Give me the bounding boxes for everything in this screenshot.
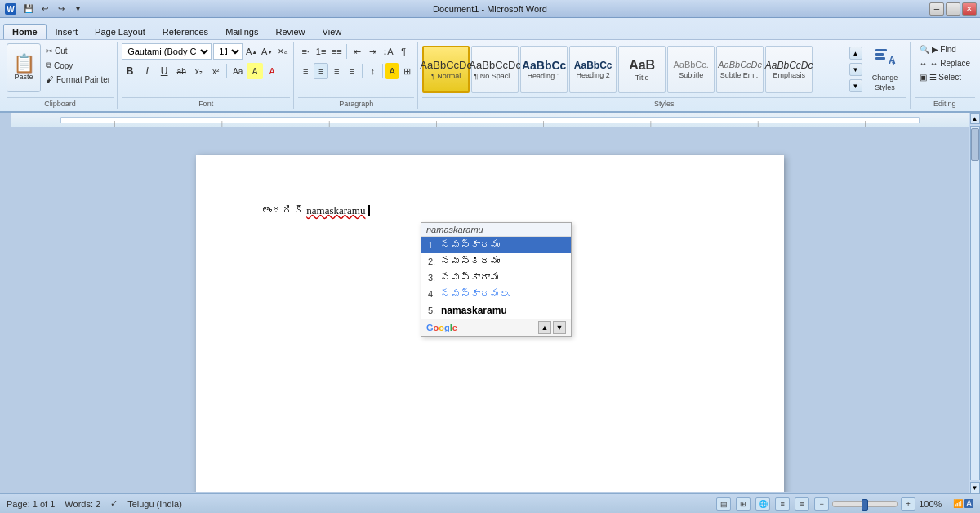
styles-scroll-down[interactable]: ▼ [849,63,862,76]
cut-button[interactable]: ✂ Cut [42,45,114,57]
scroll-up-btn[interactable]: ▲ [970,113,980,124]
tab-references[interactable]: References [154,25,216,39]
decrease-font-size-btn[interactable]: A▼ [260,43,274,60]
autocomplete-up[interactable]: ▲ [538,321,551,334]
copy-button[interactable]: ⧉ Copy [42,59,114,72]
shading-btn[interactable]: A [385,63,399,79]
tab-mailings[interactable]: Mailings [217,25,266,39]
document-page[interactable]: అందరికి namaskaramu namaskaramu 1. నమస్క… [196,155,784,492]
subscript-button[interactable]: x₂ [190,63,207,79]
bold-button[interactable]: B [122,63,138,79]
increase-font-size-btn[interactable]: A▲ [244,43,259,60]
replace-button[interactable]: ↔ ↔ Replace [915,57,975,69]
status-left: Page: 1 of 1 Words: 2 ✓ Telugu (India) [7,498,182,509]
zoom-slider[interactable] [832,501,898,507]
style-subtitle[interactable]: AaBbCc. Subtitle [667,46,715,93]
autocomplete-item-3[interactable]: 3. నమస్కారామ [421,270,571,286]
multilevel-list-btn[interactable]: ≡≡ [329,43,344,60]
print-layout-btn[interactable]: ▤ [716,497,731,511]
tab-insert[interactable]: Insert [47,25,87,39]
font-color-btn[interactable]: A [264,63,280,79]
styles-content: AaBbCcDc ¶ Normal AaBbCcDc ¶ No Spaci...… [422,43,906,96]
change-case-btn[interactable]: Aa [229,63,246,79]
increase-indent-btn[interactable]: ⇥ [365,43,380,60]
scroll-thumb[interactable] [971,128,979,161]
tab-page-layout[interactable]: Page Layout [87,25,154,39]
page-info: Page: 1 of 1 [7,499,55,509]
style-subem-label: Subtle Em... [720,71,760,79]
style-no-spacing[interactable]: AaBbCcDc ¶ No Spaci... [471,46,519,93]
autocomplete-item-1[interactable]: 1. నమస్కారము [421,237,571,253]
status-right: ▤ ⊞ 🌐 ≡ ≡ − + 100% 📶 A [716,497,973,511]
change-styles-label: ChangeStyles [872,74,898,92]
font-family-select[interactable]: Gautami (Body CS) [122,43,212,60]
styles-scroll-up[interactable]: ▲ [849,47,862,60]
scroll-down-btn[interactable]: ▼ [970,482,980,493]
superscript-button[interactable]: x² [207,63,224,79]
tab-home[interactable]: Home [3,24,47,39]
italic-button[interactable]: I [139,63,155,79]
font-label: Font [122,97,290,108]
ruler-marks: || || || || [61,120,919,126]
show-hide-btn[interactable]: ¶ [396,43,411,60]
clear-format-btn[interactable]: ✕a [275,43,290,60]
style-subtle-em[interactable]: AaBbCcDc Subtle Em... [716,46,764,93]
select-button[interactable]: ▣ ☰ Select [915,71,967,83]
autocomplete-item-2[interactable]: 2. నమస్కరము [421,253,571,270]
borders-btn[interactable]: ⊞ [399,63,414,79]
decrease-indent-btn[interactable]: ⇤ [350,43,364,60]
document-text: అందరికి namaskaramu [261,204,719,217]
align-left-btn[interactable]: ≡ [298,63,313,79]
save-btn[interactable]: 💾 [21,2,36,16]
find-button[interactable]: 🔍 ▶ Find [915,43,961,56]
strikethrough-button[interactable]: ab [173,63,189,79]
style-title[interactable]: AaB Title [618,46,666,93]
customize-btn[interactable]: ▾ [70,2,85,16]
align-right-btn[interactable]: ≡ [329,63,344,79]
autocomplete-item-5[interactable]: 5. namaskaramu [421,302,571,319]
separator4 [382,64,383,78]
numbering-btn[interactable]: 1≡ [314,43,328,60]
align-center-btn[interactable]: ≡ [314,63,328,79]
find-icon: 🔍 [920,45,929,54]
highlight-btn[interactable]: A [247,63,263,79]
font-size-buttons: A▲ A▼ ✕a [244,43,290,60]
styles-expand[interactable]: ▼ [849,79,862,92]
style-h2-label: Heading 2 [577,71,610,79]
outline-btn[interactable]: ≡ [775,497,790,511]
google-branding: Google [426,323,457,332]
change-styles-button[interactable]: A ▾ ChangeStyles [864,46,906,93]
line-spacing-btn[interactable]: ↕ [365,63,380,79]
item-text-3: నమస్కారామ [441,272,500,283]
style-heading2[interactable]: AaBbCc Heading 2 [569,46,617,93]
font-size-select[interactable]: 11 [213,43,243,60]
tab-review[interactable]: Review [267,25,313,39]
style-heading1[interactable]: AaBbCc Heading 1 [520,46,568,93]
redo-btn[interactable]: ↪ [54,2,69,16]
style-emphasis[interactable]: AaBbCcDc Emphasis [765,46,813,93]
style-normal[interactable]: AaBbCcDc ¶ Normal [422,46,470,93]
autocomplete-item-4[interactable]: 4. నమస్కారమలు [421,286,571,302]
paste-button[interactable]: 📋 Paste [7,43,41,92]
window-controls: ─ □ ✕ [929,2,977,16]
justify-btn[interactable]: ≡ [345,63,359,79]
sort-btn[interactable]: ↕A [381,43,395,60]
autocomplete-down[interactable]: ▼ [553,321,566,334]
svg-rect-3 [875,53,884,56]
editing-label: Editing [915,97,975,108]
underline-button[interactable]: U [156,63,172,79]
format-painter-button[interactable]: 🖌 Format Painter [42,74,114,86]
draft-btn[interactable]: ≡ [795,497,809,511]
web-layout-btn[interactable]: 🌐 [755,497,770,511]
style-em-label: Emphasis [773,71,805,79]
separator3 [362,64,363,78]
zoom-out-btn[interactable]: − [814,497,829,511]
restore-btn[interactable]: □ [946,2,960,16]
close-btn[interactable]: ✕ [962,2,977,16]
tab-view[interactable]: View [314,25,350,39]
bullets-btn[interactable]: ≡· [298,43,313,60]
minimize-btn[interactable]: ─ [929,2,944,16]
zoom-in-btn[interactable]: + [901,497,915,511]
full-screen-btn[interactable]: ⊞ [736,497,751,511]
undo-btn[interactable]: ↩ [38,2,52,16]
